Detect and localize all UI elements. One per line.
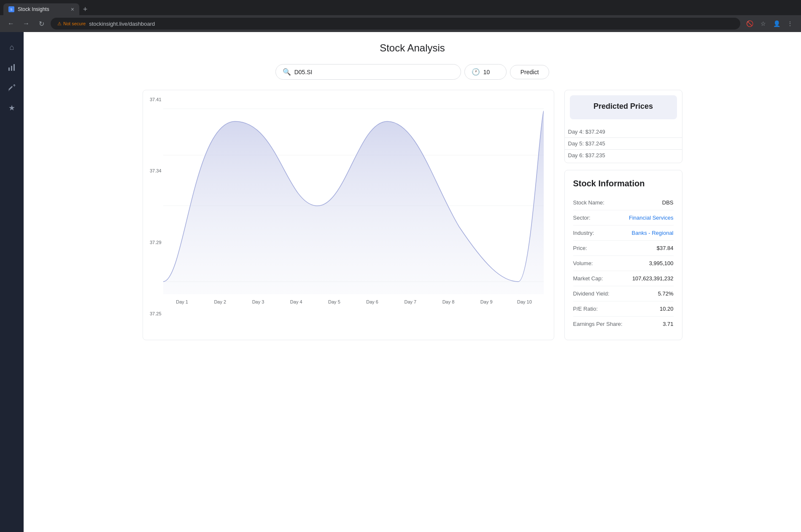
search-icon: 🔍 — [283, 68, 291, 76]
chart-layout: 37.41 37.34 37.29 37.25 — [143, 90, 682, 340]
y-label-2: 37.34 — [146, 168, 162, 173]
tab-close-button[interactable]: × — [71, 6, 74, 12]
predicted-card-inner: Predicted Prices — [570, 95, 677, 119]
x-label-4: Day 4 — [277, 299, 315, 304]
info-row-dividend: Dividend Yield: 5.72% — [573, 286, 674, 301]
address-bar: ← → ↻ ⚠ Not secure stockinsight.live/das… — [0, 15, 801, 32]
x-label-3: Day 3 — [239, 299, 277, 304]
sidebar-item-favorites[interactable]: ★ — [3, 99, 20, 116]
tab-favicon: S — [8, 6, 14, 12]
profile-icon[interactable]: 👤 — [771, 18, 782, 30]
browser-chrome: S Stock Insights × + ← → ↻ ⚠ Not secure … — [0, 0, 801, 32]
stock-info-title: Stock Information — [573, 179, 674, 188]
predicted-item-1: Day 4: $37.249 — [565, 126, 682, 138]
warning-icon: ⚠ — [57, 21, 62, 27]
x-label-5: Day 5 — [315, 299, 353, 304]
sector-value: Financial Services — [629, 215, 674, 221]
x-label-10: Day 10 — [505, 299, 543, 304]
bookmark-icon[interactable]: ☆ — [757, 18, 769, 30]
eps-value: 3.71 — [663, 321, 673, 327]
info-row-marketcap: Market Cap: 107,623,391,232 — [573, 271, 674, 286]
x-label-1: Day 1 — [163, 299, 201, 304]
volume-value: 3,995,100 — [649, 260, 674, 266]
address-actions: 🚫 ☆ 👤 ⋮ — [744, 18, 796, 30]
menu-icon[interactable]: ⋮ — [784, 18, 796, 30]
svg-rect-1 — [11, 66, 12, 71]
search-bar: 🔍 🕐 Predict — [275, 64, 550, 80]
main-content: Stock Analysis 🔍 🕐 Predict 37.41 37.34 3… — [24, 32, 801, 532]
tab-bar: S Stock Insights × + — [0, 0, 801, 15]
info-row-sector: Sector: Financial Services — [573, 210, 674, 226]
tab-title: Stock Insights — [18, 6, 67, 12]
dividend-label: Dividend Yield: — [573, 290, 610, 297]
reload-button[interactable]: ↻ — [35, 18, 47, 30]
industry-label: Industry: — [573, 230, 594, 236]
stock-name-value: DBS — [662, 199, 674, 206]
y-label-3: 37.29 — [146, 240, 162, 245]
security-badge: ⚠ Not secure — [57, 21, 86, 27]
y-label-4: 37.25 — [146, 311, 162, 316]
back-button[interactable]: ← — [5, 18, 17, 30]
right-panel: Predicted Prices Day 4: $37.249 Day 5: $… — [564, 90, 682, 340]
x-label-6: Day 6 — [353, 299, 391, 304]
page-title: Stock Analysis — [380, 42, 445, 54]
chart-container: 37.41 37.34 37.29 37.25 — [143, 90, 554, 340]
price-value: $37.84 — [657, 245, 674, 251]
x-label-8: Day 8 — [429, 299, 467, 304]
x-label-7: Day 7 — [391, 299, 429, 304]
predicted-prices-title: Predicted Prices — [577, 102, 670, 111]
info-row-industry: Industry: Banks - Regional — [573, 226, 674, 241]
x-label-2: Day 2 — [201, 299, 239, 304]
app-body: ⌂ ★ Stock Analysis 🔍 🕐 — [0, 32, 801, 532]
price-label: Price: — [573, 245, 587, 251]
sector-label: Sector: — [573, 215, 591, 221]
predict-button[interactable]: Predict — [510, 65, 550, 79]
info-row-pe: P/E Ratio: 10.20 — [573, 301, 674, 317]
chart-area — [163, 111, 544, 294]
x-axis: Day 1 Day 2 Day 3 Day 4 Day 5 Day 6 Day … — [163, 299, 544, 304]
dividend-value: 5.72% — [658, 290, 674, 297]
stock-search-wrap: 🔍 — [275, 64, 461, 80]
volume-label: Volume: — [573, 260, 593, 266]
marketcap-value: 107,623,391,232 — [632, 275, 674, 282]
x-label-9: Day 9 — [467, 299, 505, 304]
svg-rect-2 — [13, 64, 15, 71]
days-input-wrap: 🕐 — [464, 64, 507, 80]
sidebar-item-tools[interactable] — [3, 79, 20, 96]
stock-search-input[interactable] — [294, 69, 454, 75]
new-tab-button[interactable]: + — [79, 3, 91, 15]
svg-rect-0 — [8, 67, 10, 71]
sidebar: ⌂ ★ — [0, 32, 24, 532]
stock-name-label: Stock Name: — [573, 199, 604, 206]
predicted-item-3: Day 6: $37.235 — [565, 150, 682, 161]
eps-label: Earnings Per Share: — [573, 321, 623, 327]
camera-off-icon[interactable]: 🚫 — [744, 18, 755, 30]
y-label-1: 37.41 — [146, 97, 162, 102]
stock-chart — [163, 100, 544, 294]
days-input[interactable] — [483, 69, 499, 75]
stock-info-card: Stock Information Stock Name: DBS Sector… — [564, 170, 682, 340]
clock-icon: 🕐 — [472, 68, 480, 76]
forward-button[interactable]: → — [20, 18, 32, 30]
marketcap-label: Market Cap: — [573, 275, 603, 282]
address-input[interactable]: ⚠ Not secure stockinsight.live/dashboard — [51, 18, 740, 30]
y-axis: 37.41 37.34 37.29 37.25 — [146, 90, 162, 323]
url-display: stockinsight.live/dashboard — [89, 21, 155, 27]
predicted-prices-list[interactable]: Day 4: $37.249 Day 5: $37.245 Day 6: $37… — [565, 124, 682, 163]
info-row-volume: Volume: 3,995,100 — [573, 256, 674, 271]
info-row-name: Stock Name: DBS — [573, 195, 674, 210]
info-row-eps: Earnings Per Share: 3.71 — [573, 317, 674, 331]
pe-value: 10.20 — [660, 306, 674, 312]
active-tab[interactable]: S Stock Insights × — [3, 3, 79, 15]
predicted-item-2: Day 5: $37.245 — [565, 138, 682, 150]
pe-label: P/E Ratio: — [573, 306, 598, 312]
info-row-price: Price: $37.84 — [573, 241, 674, 256]
industry-value: Banks - Regional — [632, 230, 674, 236]
sidebar-item-home[interactable]: ⌂ — [3, 39, 20, 56]
sidebar-item-chart[interactable] — [3, 59, 20, 76]
predicted-prices-card: Predicted Prices Day 4: $37.249 Day 5: $… — [564, 90, 682, 163]
